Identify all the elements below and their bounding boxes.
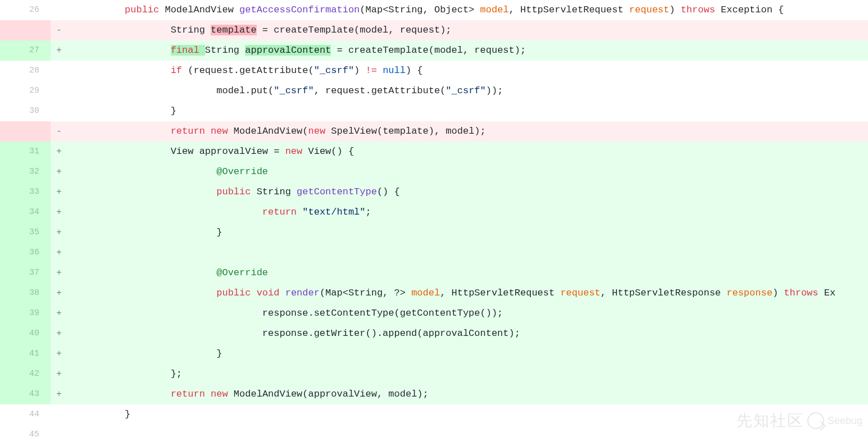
code-content[interactable]: return "text/html"; [67,202,868,222]
diff-table: 26 public ModelAndView getAccessConfirma… [0,0,868,437]
line-number[interactable]: 26 [0,0,51,20]
code-content[interactable]: model.put("_csrf", request.getAttribute(… [67,81,868,101]
line-number[interactable]: 30 [0,101,51,121]
line-number[interactable]: 42 [0,364,51,384]
diff-line[interactable]: 27+ final String approvalContent = creat… [0,40,868,61]
code-content[interactable] [67,243,868,263]
diff-marker: + [51,162,67,182]
line-number[interactable]: 40 [0,324,51,344]
code-content[interactable]: String template = createTemplate(model, … [67,20,868,40]
code-content[interactable]: public ModelAndView getAccessConfirmatio… [67,0,868,20]
line-number[interactable]: 41 [0,344,51,364]
line-number[interactable]: 31 [0,142,51,162]
diff-line[interactable]: 33+ public String getContentType() { [0,182,868,202]
line-number[interactable]: 33 [0,182,51,202]
diff-marker: + [51,182,67,202]
code-content[interactable]: } [67,101,868,121]
watermark-icon [807,412,824,429]
diff-marker [51,61,67,81]
diff-line[interactable]: 37+ @Override [0,263,868,283]
line-number[interactable]: 29 [0,81,51,101]
diff-line[interactable]: 32+ @Override [0,162,868,182]
line-number[interactable]: 44 [0,404,51,425]
diff-marker: + [51,40,67,61]
code-content[interactable]: View approvalView = new View() { [67,142,868,162]
diff-line[interactable]: - String template = createTemplate(model… [0,20,868,40]
diff-marker: + [51,344,67,364]
code-content[interactable]: } [67,344,868,364]
code-content[interactable]: }; [67,364,868,384]
diff-marker: + [51,364,67,384]
diff-marker [51,101,67,121]
diff-line[interactable]: 43+ return new ModelAndView(approvalView… [0,384,868,404]
diff-marker: + [51,324,67,344]
watermark-sb: Seebug [828,415,862,427]
watermark: 先知社区 Seebug [737,410,862,431]
diff-line[interactable]: 38+ public void render(Map<String, ?> mo… [0,283,868,303]
diff-body: 26 public ModelAndView getAccessConfirma… [0,0,868,437]
code-content[interactable]: return new ModelAndView(approvalView, mo… [67,384,868,404]
code-content[interactable]: @Override [67,162,868,182]
diff-marker: + [51,243,67,263]
code-content[interactable]: public String getContentType() { [67,182,868,202]
code-content[interactable]: return new ModelAndView(new SpelView(tem… [67,121,868,142]
diff-marker: + [51,384,67,404]
code-content[interactable]: response.setContentType(getContentType()… [67,303,868,324]
line-number[interactable]: 27 [0,40,51,61]
diff-line[interactable]: 40+ response.getWriter().append(approval… [0,324,868,344]
diff-line[interactable]: 35+ } [0,222,868,243]
diff-marker: + [51,222,67,243]
diff-line[interactable]: 39+ response.setContentType(getContentTy… [0,303,868,324]
diff-line[interactable]: 36+ [0,243,868,263]
diff-marker: + [51,263,67,283]
line-number[interactable]: 37 [0,263,51,283]
line-number[interactable]: 35 [0,222,51,243]
diff-marker: - [51,20,67,40]
diff-marker [51,404,67,425]
code-content[interactable]: response.getWriter().append(approvalCont… [67,324,868,344]
diff-marker [51,425,67,437]
line-number[interactable]: 45 [0,425,51,437]
diff-marker: + [51,142,67,162]
code-content[interactable]: final String approvalContent = createTem… [67,40,868,61]
line-number[interactable]: 36 [0,243,51,263]
diff-line[interactable]: 31+ View approvalView = new View() { [0,142,868,162]
diff-marker: + [51,202,67,222]
code-content[interactable]: public void render(Map<String, ?> model,… [67,283,868,303]
diff-line[interactable]: 30 } [0,101,868,121]
line-number[interactable] [0,121,51,142]
line-number[interactable]: 43 [0,384,51,404]
diff-marker [51,81,67,101]
diff-marker: + [51,283,67,303]
code-content[interactable]: @Override [67,263,868,283]
diff-line[interactable]: 34+ return "text/html"; [0,202,868,222]
diff-marker: + [51,303,67,324]
diff-line[interactable]: - return new ModelAndView(new SpelView(t… [0,121,868,142]
diff-line[interactable]: 41+ } [0,344,868,364]
line-number[interactable] [0,20,51,40]
diff-line[interactable]: 29 model.put("_csrf", request.getAttribu… [0,81,868,101]
diff-line[interactable]: 28 if (request.getAttribute("_csrf") != … [0,61,868,81]
line-number[interactable]: 38 [0,283,51,303]
code-content[interactable]: if (request.getAttribute("_csrf") != nul… [67,61,868,81]
diff-marker: - [51,121,67,142]
line-number[interactable]: 28 [0,61,51,81]
line-number[interactable]: 32 [0,162,51,182]
watermark-zh: 先知社区 [737,410,804,431]
line-number[interactable]: 39 [0,303,51,324]
diff-line[interactable]: 42+ }; [0,364,868,384]
code-content[interactable]: } [67,222,868,243]
diff-line[interactable]: 26 public ModelAndView getAccessConfirma… [0,0,868,20]
diff-marker [51,0,67,20]
line-number[interactable]: 34 [0,202,51,222]
